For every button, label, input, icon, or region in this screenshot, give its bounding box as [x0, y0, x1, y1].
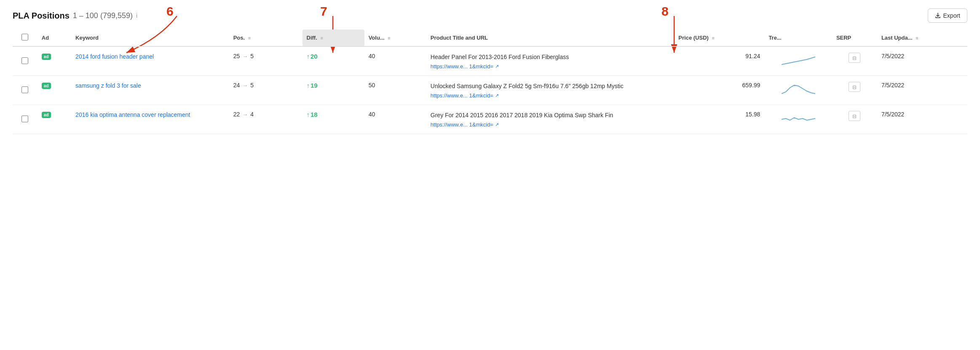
diff-value: 19	[311, 82, 318, 89]
diff-up-icon: ↑	[307, 53, 310, 60]
export-button[interactable]: Export	[928, 8, 967, 23]
info-icon[interactable]: i	[136, 12, 137, 19]
pos-to: 5	[250, 82, 254, 89]
row-diff: ↑ 19	[303, 76, 364, 105]
header-diff[interactable]: Diff. ≡	[303, 30, 364, 46]
pos-arrow-icon: →	[242, 111, 248, 118]
diff-value: 20	[311, 53, 318, 60]
diff-value: 18	[311, 111, 318, 118]
date-value: 7/5/2022	[881, 82, 905, 89]
row-trend	[764, 76, 832, 105]
header-keyword: Keyword	[71, 30, 229, 46]
diff-up-icon: ↑	[307, 82, 310, 89]
pos-from: 24	[233, 82, 240, 89]
header-pos[interactable]: Pos. ≡	[229, 30, 303, 46]
price-value: 659.99	[678, 82, 760, 89]
annotation-7: 7	[320, 4, 327, 19]
product-url-text: https://www.e... 1&mkcid=	[431, 121, 493, 128]
product-title: Grey For 2014 2015 2016 2017 2018 2019 K…	[431, 111, 670, 120]
row-checkbox-cell[interactable]	[13, 76, 37, 105]
product-url-text: https://www.e... 1&mkcid=	[431, 63, 493, 70]
row-checkbox[interactable]	[21, 57, 28, 64]
table-row: ad 2016 kia optima antenna cover replace…	[13, 105, 967, 134]
header-serp: SERP	[832, 30, 877, 46]
product-url-link[interactable]: https://www.e... 1&mkcid= ↗	[431, 121, 670, 128]
diff-up-icon: ↑	[307, 111, 310, 118]
row-date: 7/5/2022	[877, 46, 967, 76]
ad-badge: ad	[42, 54, 51, 60]
price-value: 15.98	[678, 111, 760, 118]
product-title: Unlocked Samsung Galaxy Z Fold2 5g Sm-f9…	[431, 82, 670, 91]
date-value: 7/5/2022	[881, 53, 905, 59]
row-vol: 50	[364, 76, 426, 105]
vol-value: 40	[369, 53, 375, 59]
data-table: Ad Keyword Pos. ≡ Diff. ≡ Volu...	[13, 30, 967, 134]
row-pos: 24 → 5	[229, 76, 303, 105]
row-vol: 40	[364, 105, 426, 134]
date-value: 7/5/2022	[881, 111, 905, 118]
row-date: 7/5/2022	[877, 76, 967, 105]
serp-icon[interactable]: ⊟	[849, 82, 860, 92]
row-product: Unlocked Samsung Galaxy Z Fold2 5g Sm-f9…	[426, 76, 675, 105]
external-link-icon: ↗	[495, 93, 499, 98]
header-trend: Tre...	[764, 30, 832, 46]
select-all-checkbox[interactable]	[21, 34, 28, 40]
row-checkbox[interactable]	[21, 116, 28, 122]
row-price: 91.24	[674, 46, 764, 76]
price-value: 91.24	[678, 53, 760, 59]
table-row: ad 2014 ford fusion header panel 25 → 5 …	[13, 46, 967, 76]
vol-value: 40	[369, 111, 375, 118]
row-keyword[interactable]: samsung z fold 3 for sale	[71, 76, 229, 105]
row-checkbox-cell[interactable]	[13, 105, 37, 134]
diff-filter-icon[interactable]: ≡	[320, 35, 323, 40]
pos-filter-icon[interactable]: ≡	[248, 35, 251, 40]
row-checkbox[interactable]	[21, 86, 28, 93]
page-range: 1 – 100 (799,559)	[73, 11, 133, 20]
product-url-link[interactable]: https://www.e... 1&mkcid= ↗	[431, 63, 670, 70]
row-keyword[interactable]: 2014 ford fusion header panel	[71, 46, 229, 76]
product-url-link[interactable]: https://www.e... 1&mkcid= ↗	[431, 92, 670, 99]
row-diff: ↑ 20	[303, 46, 364, 76]
row-serp[interactable]: ⊟	[832, 46, 877, 76]
row-keyword[interactable]: 2016 kia optima antenna cover replacemen…	[71, 105, 229, 134]
pos-from: 22	[233, 111, 240, 118]
price-filter-icon[interactable]: ≡	[712, 35, 715, 40]
keyword-link[interactable]: 2016 kia optima antenna cover replacemen…	[75, 111, 190, 118]
row-diff: ↑ 18	[303, 105, 364, 134]
row-pos: 22 → 4	[229, 105, 303, 134]
ad-badge: ad	[42, 112, 51, 118]
vol-value: 50	[369, 82, 375, 89]
row-serp[interactable]: ⊟	[832, 76, 877, 105]
row-product: Header Panel For 2013-2016 Ford Fusion F…	[426, 46, 675, 76]
export-icon	[935, 13, 941, 19]
row-ad: ad	[37, 46, 71, 76]
updated-filter-icon[interactable]: ≡	[916, 35, 918, 40]
row-ad: ad	[37, 105, 71, 134]
row-vol: 40	[364, 46, 426, 76]
row-price: 15.98	[674, 105, 764, 134]
header-check[interactable]	[13, 30, 37, 46]
serp-icon[interactable]: ⊟	[849, 111, 860, 121]
keyword-link[interactable]: samsung z fold 3 for sale	[75, 82, 141, 89]
keyword-link[interactable]: 2014 ford fusion header panel	[75, 53, 154, 60]
page-title: PLA Positions	[13, 11, 70, 21]
pos-from: 25	[233, 53, 240, 59]
row-pos: 25 → 5	[229, 46, 303, 76]
pos-to: 5	[250, 53, 254, 59]
product-url-text: https://www.e... 1&mkcid=	[431, 92, 493, 99]
header-updated[interactable]: Last Upda... ≡	[877, 30, 967, 46]
annotation-8: 8	[661, 4, 669, 19]
pos-arrow-icon: →	[242, 53, 248, 59]
header-vol[interactable]: Volu... ≡	[364, 30, 426, 46]
pos-arrow-icon: →	[242, 82, 248, 89]
row-ad: ad	[37, 76, 71, 105]
vol-filter-icon[interactable]: ≡	[388, 35, 390, 40]
row-price: 659.99	[674, 76, 764, 105]
header-price[interactable]: Price (USD) ≡	[674, 30, 764, 46]
serp-icon[interactable]: ⊟	[849, 53, 860, 63]
export-label: Export	[943, 12, 960, 19]
row-checkbox-cell[interactable]	[13, 46, 37, 76]
table-row: ad samsung z fold 3 for sale 24 → 5 ↑ 19…	[13, 76, 967, 105]
row-date: 7/5/2022	[877, 105, 967, 134]
row-serp[interactable]: ⊟	[832, 105, 877, 134]
